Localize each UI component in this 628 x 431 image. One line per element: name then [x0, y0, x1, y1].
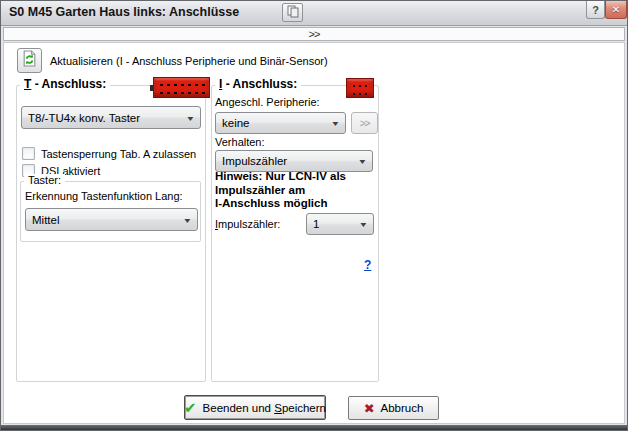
cancel-button[interactable]: ✖ Abbruch — [348, 396, 439, 420]
save-button-label: Beenden und Speichern — [203, 402, 326, 414]
help-icon: ? — [592, 4, 599, 16]
cancel-button-label: Abbruch — [381, 402, 424, 414]
titlebar: S0 M45 Garten Haus links: Anschlüsse ? ✕ — [1, 1, 627, 26]
expander-bar[interactable]: >> — [3, 27, 625, 41]
taster-group: Taster: Erkennung Tastenfunktion Lang: M… — [20, 181, 201, 242]
periph-select-value: keine — [222, 117, 250, 129]
more-icon: >> — [360, 118, 370, 129]
erkennung-select-value: Mittel — [32, 214, 59, 226]
dialog-client-area: Aktualisieren (I - Anschluss Peripherie … — [3, 42, 625, 424]
x-icon: ✖ — [364, 402, 375, 415]
help-link[interactable]: ? — [364, 258, 371, 272]
copy-button[interactable] — [282, 3, 303, 22]
t-anschluss-panel: T - Anschluss: T8/-TU4x konv. Taster ▼ T… — [16, 85, 206, 382]
erkennung-select[interactable]: Mittel ▼ — [25, 208, 198, 231]
t-type-select[interactable]: T8/-TU4x konv. Taster ▼ — [21, 106, 201, 129]
erkennung-label: Erkennung Tastenfunktion Lang: — [25, 190, 183, 202]
chevron-down-icon: ▼ — [331, 120, 341, 127]
chevron-down-icon: ▼ — [359, 221, 369, 228]
t-type-select-value: T8/-TU4x konv. Taster — [28, 112, 140, 124]
verhalten-select[interactable]: Impulszähler ▼ — [215, 150, 373, 172]
verhalten-label: Verhalten: — [215, 136, 265, 148]
taster-group-title: Taster: — [24, 174, 65, 186]
t-anschluss-title: T - Anschluss: — [20, 77, 110, 91]
periph-select[interactable]: keine ▼ — [215, 112, 346, 134]
connector-pin — [150, 85, 154, 91]
refresh-label: Aktualisieren (I - Anschluss Peripherie … — [50, 55, 328, 67]
refresh-button[interactable] — [17, 48, 42, 73]
close-icon: ✕ — [612, 4, 620, 15]
check-icon: ✔ — [184, 400, 197, 415]
tastensperrung-label: Tastensperrung Tab. A zulassen — [41, 148, 196, 160]
i-anschluss-panel: I - Anschluss: Angeschl. Peripherie: kei… — [211, 85, 379, 382]
impuls-label: Impulszähler: — [215, 218, 280, 230]
t-connector-icon — [153, 77, 210, 98]
checkbox-icon — [22, 147, 35, 160]
chevron-down-icon: ▼ — [358, 158, 368, 165]
tastensperrung-checkbox[interactable]: Tastensperrung Tab. A zulassen — [22, 147, 196, 160]
dialog-window: S0 M45 Garten Haus links: Anschlüsse ? ✕… — [0, 0, 628, 431]
window-title: S0 M45 Garten Haus links: Anschlüsse — [9, 5, 239, 19]
chevron-expand-icon: >> — [309, 29, 320, 40]
periph-detail-button[interactable]: >> — [351, 112, 378, 134]
refresh-icon — [21, 50, 38, 71]
verhalten-select-value: Impulszähler — [222, 155, 287, 167]
hint-text: Hinweis: Nur LCN-IV als Impulszähler am … — [215, 170, 346, 211]
i-anschluss-title: I - Anschluss: — [215, 77, 301, 91]
impuls-select-value: 1 — [313, 218, 319, 230]
close-button[interactable]: ✕ — [605, 1, 627, 19]
chevron-down-icon: ▼ — [186, 114, 196, 121]
save-and-close-button[interactable]: ✔ Beenden und Speichern — [184, 395, 326, 420]
help-button[interactable]: ? — [586, 1, 605, 19]
copy-icon — [287, 4, 299, 22]
chevron-down-icon: ▼ — [183, 216, 193, 223]
connector-dots — [157, 80, 206, 95]
i-connector-icon — [346, 78, 374, 98]
impuls-select[interactable]: 1 ▼ — [306, 213, 374, 235]
periph-label: Angeschl. Peripherie: — [215, 96, 320, 108]
connector-dots — [350, 81, 370, 95]
